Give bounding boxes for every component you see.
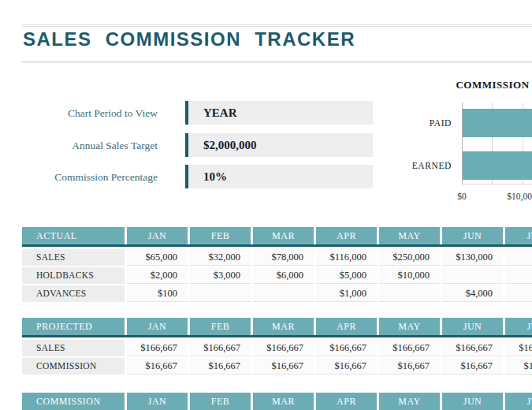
commission-percentage-label: Commission Percentage	[22, 171, 158, 184]
cell-value[interactable]: $166,667	[316, 340, 377, 356]
table-row: COMMISSION$16,667$16,667$16,667$16,667$1…	[22, 358, 532, 374]
commission-percentage-input[interactable]: 10%	[185, 165, 373, 188]
table-header-row: COMMISSIONJANFEBMARAPRMAYJUNJUL	[22, 393, 532, 410]
annual-sales-target-input[interactable]: $2,000,000	[185, 133, 373, 157]
title-divider-top	[22, 24, 532, 27]
page-title: SALES COMMISSION TRACKER	[23, 28, 355, 50]
cell-value[interactable]: $16,667	[442, 358, 503, 375]
cell-value[interactable]: $16,667	[127, 358, 188, 375]
column-header-jan[interactable]: JAN	[127, 318, 188, 335]
row-label[interactable]: COMMISSION	[22, 358, 125, 375]
table-name-cell[interactable]: ACTUAL	[22, 227, 125, 244]
cell-value[interactable]	[505, 267, 532, 284]
column-header-feb[interactable]: FEB	[190, 393, 251, 410]
column-header-mar[interactable]: MAR	[253, 393, 314, 410]
column-header-jan[interactable]: JAN	[127, 227, 188, 244]
projected-table: PROJECTEDJANFEBMARAPRMAYJUNJULSALES$166,…	[22, 318, 532, 374]
cell-value[interactable]: $116,000	[316, 249, 377, 266]
cell-value[interactable]: $78,000	[253, 249, 314, 266]
column-header-jul[interactable]: JUL	[505, 318, 532, 335]
cell-value[interactable]: $166,667	[379, 340, 440, 356]
chart-category-paid: PAID	[378, 118, 452, 128]
row-label[interactable]: SALES	[22, 340, 125, 356]
column-header-mar[interactable]: MAR	[253, 227, 314, 244]
cell-value[interactable]: $4,000	[442, 285, 503, 302]
commission-chart[interactable]	[462, 102, 532, 184]
cell-value[interactable]: $100	[127, 285, 188, 302]
chart-category-earned: EARNED	[378, 161, 452, 170]
column-header-feb[interactable]: FEB	[190, 227, 251, 244]
cell-value[interactable]: $166,667	[505, 340, 532, 356]
cell-value[interactable]: $166,667	[127, 340, 188, 356]
column-header-apr[interactable]: APR	[316, 318, 377, 335]
chart-xtick-zero: $0	[451, 192, 473, 201]
title-divider-bottom	[22, 61, 532, 63]
earned-bar	[463, 151, 532, 180]
row-label[interactable]: SALES	[22, 249, 125, 266]
cell-value[interactable]: $3,000	[190, 267, 251, 284]
table-header-row: PROJECTEDJANFEBMARAPRMAYJUNJUL	[22, 318, 532, 337]
cell-value[interactable]: $10,000	[379, 267, 440, 284]
column-header-may[interactable]: MAY	[379, 227, 440, 244]
cell-value[interactable]: $16,667	[379, 358, 440, 375]
commission-table: COMMISSIONJANFEBMARAPRMAYJUNJUL	[22, 393, 532, 410]
column-header-jun[interactable]: JUN	[442, 318, 503, 335]
column-header-apr[interactable]: APR	[316, 393, 377, 410]
cell-value[interactable]: $2,000	[127, 267, 188, 284]
cell-value[interactable]	[442, 267, 503, 284]
cell-value[interactable]	[505, 285, 532, 302]
paid-bar	[463, 109, 532, 137]
column-header-jul[interactable]: JUL	[505, 227, 532, 244]
cell-value[interactable]	[253, 285, 314, 302]
cell-value[interactable]: $166,667	[442, 340, 503, 356]
annual-sales-target-label: Annual Sales Target	[22, 140, 158, 152]
cell-value[interactable]: $16,667	[253, 358, 314, 375]
cell-value[interactable]	[505, 249, 532, 266]
column-header-may[interactable]: MAY	[379, 393, 440, 410]
table-row: SALES$65,000$32,000$78,000$116,000$250,0…	[22, 249, 532, 265]
table-row: ADVANCES$100$1,000$4,000	[22, 285, 532, 301]
chart-xtick-max: $10,000	[500, 192, 532, 201]
column-header-jun[interactable]: JUN	[442, 393, 503, 410]
row-label[interactable]: HOLDBACKS	[22, 267, 125, 284]
table-header-row: ACTUALJANFEBMARAPRMAYJUNJUL	[22, 227, 532, 247]
column-header-mar[interactable]: MAR	[253, 318, 314, 335]
row-label[interactable]: ADVANCES	[22, 285, 125, 302]
table-name-cell[interactable]: PROJECTED	[22, 318, 125, 335]
cell-value[interactable]: $130,000	[442, 249, 503, 266]
cell-value[interactable]: $250,000	[379, 249, 440, 266]
cell-value[interactable]	[379, 285, 440, 302]
column-header-jun[interactable]: JUN	[442, 227, 503, 244]
column-header-jan[interactable]: JAN	[127, 393, 188, 410]
cell-value[interactable]: $16,667	[316, 358, 377, 375]
column-header-apr[interactable]: APR	[316, 227, 377, 244]
chart-period-label: Chart Period to View	[22, 107, 158, 120]
cell-value[interactable]: $166,667	[190, 340, 251, 356]
cell-value[interactable]: $166,667	[253, 340, 314, 356]
cell-value[interactable]: $1,000	[316, 285, 377, 302]
table-row: HOLDBACKS$2,000$3,000$6,000$5,000$10,000	[22, 267, 532, 283]
column-header-feb[interactable]: FEB	[190, 318, 251, 335]
cell-value[interactable]: $6,000	[253, 267, 314, 284]
table-name-cell[interactable]: COMMISSION	[22, 393, 125, 410]
table-row: SALES$166,667$166,667$166,667$166,667$16…	[22, 340, 532, 356]
cell-value[interactable]: $16,667	[505, 358, 532, 375]
cell-value[interactable]: $16,667	[190, 358, 251, 375]
cell-value[interactable]: $5,000	[316, 267, 377, 284]
cell-value[interactable]: $32,000	[190, 249, 251, 266]
cell-value[interactable]: $65,000	[127, 249, 188, 266]
column-header-jul[interactable]: JUL	[505, 393, 532, 410]
chart-period-input[interactable]: YEAR	[185, 101, 373, 125]
chart-title: COMMISSION	[437, 79, 532, 91]
spreadsheet: SALES COMMISSION TRACKER Chart Period to…	[0, 0, 532, 410]
actual-table: ACTUALJANFEBMARAPRMAYJUNJULSALES$65,000$…	[22, 227, 532, 301]
cell-value[interactable]	[190, 285, 251, 302]
column-header-may[interactable]: MAY	[379, 318, 440, 335]
